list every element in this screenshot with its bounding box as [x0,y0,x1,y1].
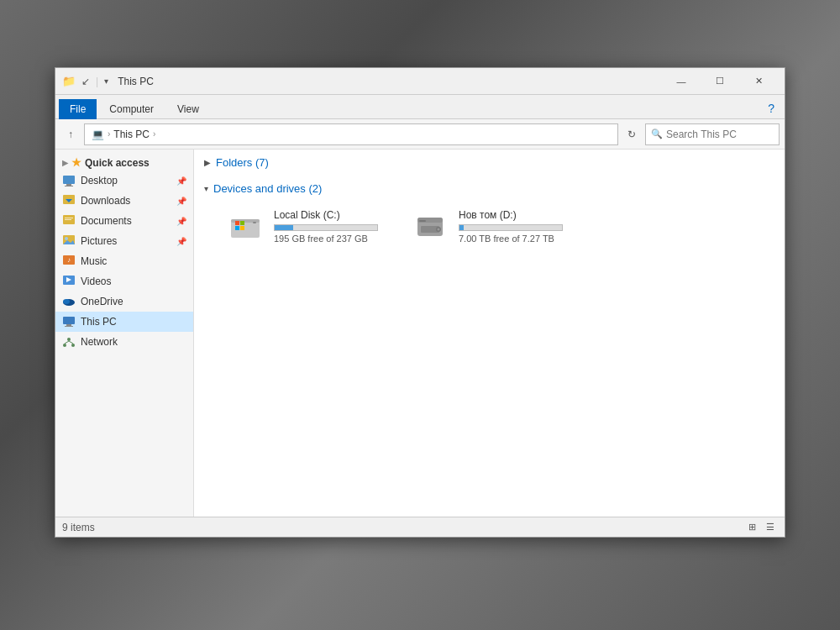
titlebar-icon: 📁 [62,75,76,87]
status-right: ⊞ ☰ [744,520,778,535]
pin-icon-pictures: 📌 [176,237,186,246]
sidebar-item-pictures[interactable]: Pictures 📌 [55,231,193,251]
sidebar-label-documents: Documents [81,215,132,227]
drive-c-info: Local Disk (C:) 195 GB free of 237 GB [274,209,378,244]
sidebar-label-pictures: Pictures [81,235,117,247]
help-icon[interactable]: ? [761,98,781,118]
drive-d-bar [459,225,464,230]
main-content: ▶ ★ Quick access Desktop 📌 [55,150,785,517]
pin-icon-documents: 📌 [176,217,186,226]
star-icon: ★ [71,156,81,169]
svg-point-9 [65,237,68,240]
breadcrumb-pc-icon: 💻 [92,129,104,140]
svg-line-23 [65,341,69,344]
drive-c-bar-container [274,224,378,231]
sidebar-item-desktop[interactable]: Desktop 📌 [55,171,193,191]
desktop-background: 📁 ↙ | ▾ This PC — ☐ ✕ File Computer View… [0,0,840,630]
svg-point-21 [63,344,66,347]
pictures-icon [62,234,76,248]
drive-d[interactable]: Нов том (D:) 7.00 TB free of 7.27 TB [402,202,570,251]
dropdown-icon[interactable]: ▾ [102,76,111,86]
search-icon: 🔍 [651,129,663,139]
sidebar-item-onedrive[interactable]: OneDrive [55,291,193,312]
view-toggle-details[interactable]: ☰ [763,520,778,535]
sidebar-item-network[interactable]: Network [55,332,193,352]
quick-access-divider: | [96,76,98,87]
folders-toggle-icon: ▶ [204,158,211,167]
tab-file[interactable]: File [59,99,97,119]
breadcrumb-thispc: This PC [113,129,150,140]
quick-access-section[interactable]: ▶ ★ Quick access [55,153,193,171]
drive-d-bar-container [459,224,563,231]
svg-rect-6 [65,218,73,218]
svg-rect-7 [65,219,71,220]
sidebar-item-documents[interactable]: Documents 📌 [55,211,193,231]
folders-section-header[interactable]: ▶ Folders (7) [204,156,774,169]
drive-d-icon [410,210,450,244]
drive-d-name: Нов том (D:) [459,209,563,221]
refresh-button[interactable]: ↻ [622,124,642,144]
drive-c[interactable]: Local Disk (C:) 195 GB free of 237 GB [218,202,386,251]
status-bar: 9 items ⊞ ☰ [55,517,785,537]
downloads-icon [62,194,76,207]
window-controls: — ☐ ✕ [662,68,778,95]
drives-section-label: Devices and drives (2) [213,182,322,195]
search-input[interactable] [666,129,792,140]
title-bar: 📁 ↙ | ▾ This PC — ☐ ✕ [55,68,785,95]
search-box[interactable]: 🔍 [645,123,780,145]
chevron-right-icon: ▶ [62,159,68,167]
tab-view[interactable]: View [166,99,210,118]
music-icon: ♪ [62,255,76,268]
explorer-window: 📁 ↙ | ▾ This PC — ☐ ✕ File Computer View… [55,67,785,538]
drive-c-name: Local Disk (C:) [274,209,378,221]
tab-computer[interactable]: Computer [98,99,165,118]
svg-rect-0 [63,176,75,184]
breadcrumb[interactable]: 💻 › This PC › [84,123,618,145]
address-bar: ↑ 💻 › This PC › ↻ 🔍 [55,119,785,150]
pin-icon-downloads: 📌 [176,197,186,206]
maximize-button[interactable]: ☐ [701,68,739,95]
breadcrumb-arrow2: › [153,129,155,139]
svg-point-20 [67,338,71,341]
drive-c-bar [275,225,293,230]
item-count: 9 items [62,522,95,533]
sidebar-label-music: Music [81,255,107,267]
sidebar-label-network: Network [81,336,118,348]
desktop-icon [62,174,76,187]
sidebar-item-downloads[interactable]: Downloads 📌 [55,191,193,211]
svg-rect-37 [419,220,426,222]
minimize-button[interactable]: — [662,68,701,95]
svg-rect-30 [235,226,239,230]
thispc-icon [62,315,76,328]
sidebar-label-onedrive: OneDrive [81,296,123,307]
svg-point-22 [71,344,75,347]
back-button[interactable]: ↑ [60,124,81,144]
svg-rect-17 [63,317,75,324]
svg-rect-18 [66,324,71,326]
pin-icon-desktop: 📌 [176,176,186,186]
drive-c-icon [225,210,265,244]
drive-d-info: Нов том (D:) 7.00 TB free of 7.27 TB [459,209,563,244]
view-toggle-list[interactable]: ⊞ [744,520,759,535]
close-button[interactable]: ✕ [739,68,778,95]
drives-section-header[interactable]: ▾ Devices and drives (2) [204,182,774,195]
sidebar-item-thispc[interactable]: This PC [55,312,193,332]
documents-icon [62,214,76,228]
sidebar: ▶ ★ Quick access Desktop 📌 [55,150,194,517]
sidebar-label-videos: Videos [81,276,111,287]
sidebar-label-downloads: Downloads [81,195,130,207]
quick-access-label: Quick access [85,157,150,169]
svg-text:♪: ♪ [67,256,71,264]
sidebar-item-videos[interactable]: Videos [55,271,193,291]
svg-rect-27 [253,222,256,223]
quick-access-icon1[interactable]: ↙ [79,76,92,87]
svg-rect-19 [65,326,73,327]
svg-line-24 [69,341,73,344]
title-text: This PC [118,76,154,87]
network-icon [62,335,76,349]
svg-rect-2 [65,186,73,186]
sidebar-item-music[interactable]: ♪ Music [55,251,193,271]
svg-point-36 [438,228,440,230]
sidebar-label-desktop: Desktop [81,175,118,186]
drives-section: ▾ Devices and drives (2) [204,182,774,251]
